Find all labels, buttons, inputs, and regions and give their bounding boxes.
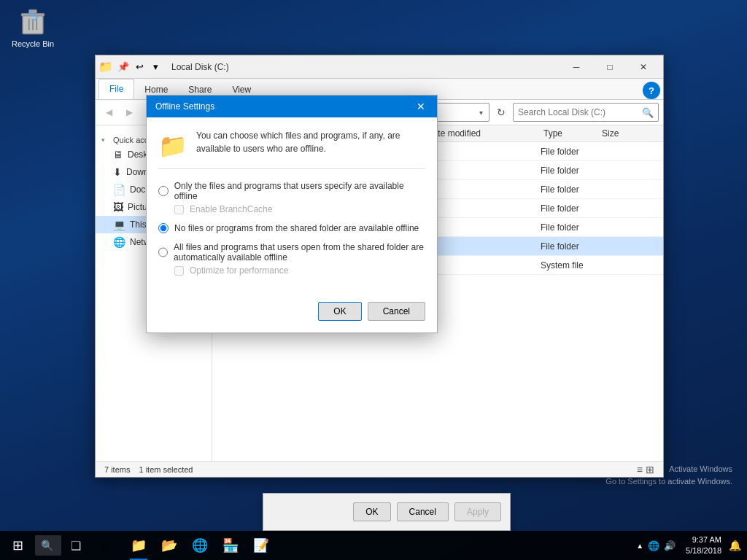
checkbox-optimize: Optimize for performance bbox=[174, 265, 425, 276]
status-view-controls: ≡ ⊞ bbox=[637, 464, 654, 475]
recycle-bin-icon[interactable]: Recycle Bin bbox=[7, 6, 58, 48]
path-chevron-icon: ▾ bbox=[479, 109, 483, 117]
radio-input-3[interactable] bbox=[158, 247, 168, 257]
radio-text-1: Only the files and programs that users s… bbox=[174, 181, 425, 201]
refresh-button[interactable]: ↻ bbox=[492, 104, 510, 121]
radio-input-1[interactable] bbox=[158, 186, 169, 196]
folder-properties-dialog-buttons: OK Cancel Apply bbox=[263, 493, 511, 531]
start-icon: ⊞ bbox=[12, 537, 23, 553]
close-button[interactable]: ✕ bbox=[627, 55, 660, 79]
tray-volume-icon[interactable]: 🔊 bbox=[664, 540, 676, 551]
outer-cancel-button[interactable]: Cancel bbox=[397, 502, 449, 521]
dialog-cancel-button[interactable]: Cancel bbox=[368, 302, 425, 321]
col-date[interactable]: Date modified bbox=[424, 128, 541, 139]
optimize-label: Optimize for performance bbox=[190, 265, 288, 276]
note-taskbar-icon[interactable]: 📝 bbox=[247, 531, 276, 560]
taskbar-app-icons: e 📁 📂 🌐 🏪 📝 bbox=[93, 531, 276, 560]
optimize-checkbox bbox=[174, 266, 184, 276]
item-count: 7 items bbox=[104, 465, 130, 474]
radio-label-3[interactable]: All files and programs that users open f… bbox=[158, 242, 425, 262]
dialog-intro: 📁 You can choose which files and program… bbox=[158, 129, 425, 169]
col-type[interactable]: Type bbox=[541, 128, 599, 139]
qa-dropdown-button[interactable]: ▾ bbox=[148, 60, 163, 74]
ie-taskbar-icon[interactable]: 🌐 bbox=[185, 531, 214, 560]
radio-text-3: All files and programs that users open f… bbox=[174, 242, 425, 262]
window-title: Local Disk (C:) bbox=[171, 62, 229, 72]
radio-input-2[interactable] bbox=[158, 223, 169, 233]
forward-button[interactable]: ▶ bbox=[120, 104, 138, 121]
offline-option-3: All files and programs that users open f… bbox=[158, 242, 425, 276]
selection-status: 1 item selected bbox=[139, 465, 193, 474]
file-type: File folder bbox=[541, 184, 599, 195]
folder2-taskbar-icon[interactable]: 📂 bbox=[155, 531, 184, 560]
dialog-ok-button[interactable]: OK bbox=[318, 302, 361, 321]
downloads-icon: ⬇ bbox=[113, 166, 122, 178]
radio-label-2[interactable]: No files or programs from the shared fol… bbox=[158, 223, 425, 233]
tray-clock[interactable]: 9:37 AM 5/18/2018 bbox=[681, 534, 726, 557]
back-button[interactable]: ◀ bbox=[100, 104, 117, 121]
outer-ok-button[interactable]: OK bbox=[353, 502, 390, 521]
file-type: File folder bbox=[541, 203, 599, 214]
tray-date: 5/18/2018 bbox=[686, 545, 721, 556]
store-taskbar-icon[interactable]: 🏪 bbox=[216, 531, 245, 560]
help-button[interactable]: ? bbox=[643, 82, 660, 99]
tray-icons: ▲ 🌐 🔊 bbox=[636, 540, 676, 551]
grid-view-icon[interactable]: ⊞ bbox=[646, 464, 654, 475]
explorer-taskbar-icon[interactable]: 📁 bbox=[124, 531, 153, 560]
folder2-icon: 📂 bbox=[161, 537, 177, 553]
note-icon: 📝 bbox=[253, 537, 269, 553]
file-type: File folder bbox=[541, 241, 599, 252]
documents-icon: 📄 bbox=[113, 184, 125, 195]
explorer-title-icon: 📁 bbox=[98, 60, 113, 74]
start-button[interactable]: ⊞ bbox=[0, 531, 35, 560]
offline-settings-dialog[interactable]: Offline Settings ✕ 📁 You can choose whic… bbox=[146, 95, 438, 333]
explorer-folder-icon: 📁 bbox=[131, 537, 147, 553]
dialog-title-bar: Offline Settings ✕ bbox=[147, 96, 437, 117]
dialog-body: 📁 You can choose which files and program… bbox=[147, 117, 437, 332]
title-bar-left: 📁 📌 ↩ ▾ Local Disk (C:) bbox=[98, 60, 229, 74]
file-type: System file bbox=[541, 260, 599, 271]
qa-pin-button[interactable]: 📌 bbox=[116, 60, 131, 74]
file-type: File folder bbox=[541, 222, 599, 233]
window-controls: ─ □ ✕ bbox=[560, 55, 660, 79]
desktop-icon: 🖥 bbox=[113, 149, 123, 160]
tray-network-icon[interactable]: 🌐 bbox=[648, 540, 659, 551]
maximize-button[interactable]: □ bbox=[593, 55, 627, 79]
branch-cache-checkbox bbox=[174, 205, 184, 214]
radio-text-2: No files or programs from the shared fol… bbox=[174, 223, 419, 233]
file-type: File folder bbox=[541, 147, 599, 157]
dialog-title: Offline Settings bbox=[155, 101, 214, 112]
task-view-button[interactable]: ❑ bbox=[61, 531, 90, 560]
task-view-icon: ❑ bbox=[71, 539, 81, 553]
notification-center-button[interactable]: 🔔 bbox=[729, 540, 741, 551]
radio-label-1[interactable]: Only the files and programs that users s… bbox=[158, 181, 425, 201]
ie-globe-icon: 🌐 bbox=[192, 537, 208, 553]
col-size[interactable]: Size bbox=[599, 128, 657, 139]
this-pc-icon: 💻 bbox=[113, 219, 125, 230]
details-view-icon[interactable]: ≡ bbox=[637, 464, 643, 475]
outer-apply-button[interactable]: Apply bbox=[454, 502, 501, 521]
status-bar: 7 items 1 item selected ≡ ⊞ bbox=[96, 461, 663, 477]
branch-cache-label: Enable BranchCache bbox=[190, 204, 272, 214]
pictures-icon: 🖼 bbox=[113, 201, 123, 213]
dialog-close-button[interactable]: ✕ bbox=[414, 99, 428, 114]
quick-access-toolbar: 📌 ↩ ▾ bbox=[116, 60, 163, 74]
store-icon: 🏪 bbox=[222, 537, 239, 553]
dialog-intro-text: You can choose which files and programs,… bbox=[196, 129, 425, 155]
tray-chevron-icon[interactable]: ▲ bbox=[636, 542, 643, 550]
search-input[interactable] bbox=[518, 107, 642, 117]
taskbar: ⊞ 🔍 ❑ e 📁 📂 🌐 🏪 📝 bbox=[0, 531, 747, 560]
svg-text:e: e bbox=[101, 540, 107, 552]
minimize-button[interactable]: ─ bbox=[560, 55, 593, 79]
search-box[interactable]: 🔍 bbox=[513, 103, 659, 122]
tab-file[interactable]: File bbox=[98, 79, 134, 99]
qa-undo-button[interactable]: ↩ bbox=[132, 60, 147, 74]
taskbar-tray: ▲ 🌐 🔊 9:37 AM 5/18/2018 🔔 bbox=[630, 534, 747, 557]
taskbar-search-button[interactable]: 🔍 bbox=[35, 535, 61, 556]
taskbar-search-icon: 🔍 bbox=[41, 540, 53, 551]
offline-option-1: Only the files and programs that users s… bbox=[158, 181, 425, 214]
offline-option-2: No files or programs from the shared fol… bbox=[158, 223, 425, 233]
dialog-radio-group: Only the files and programs that users s… bbox=[158, 181, 425, 276]
edge-taskbar-icon[interactable]: e bbox=[93, 531, 123, 560]
dialog-buttons: OK Cancel bbox=[158, 293, 425, 321]
